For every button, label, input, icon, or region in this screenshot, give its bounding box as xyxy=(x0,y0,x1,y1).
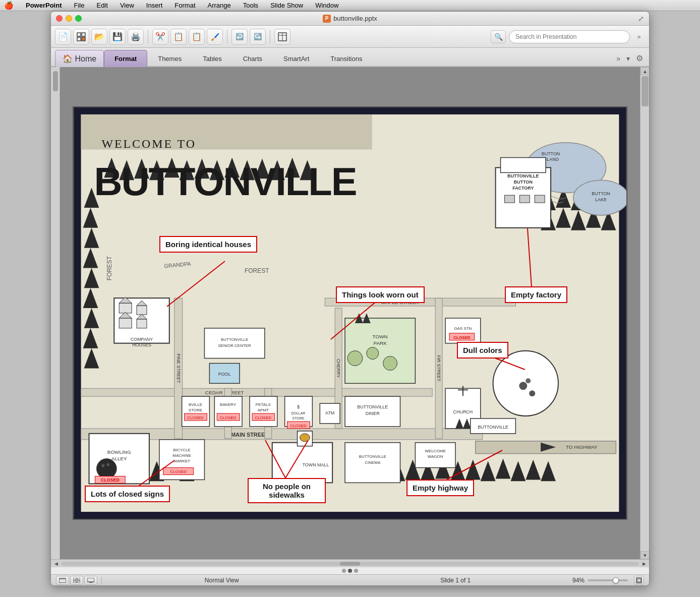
svg-text:TOWN: TOWN xyxy=(373,334,388,339)
presenter-view-button[interactable] xyxy=(84,576,97,585)
menu-edit[interactable]: Edit xyxy=(94,2,109,9)
window-title: P buttonville.pptx xyxy=(323,15,377,23)
svg-rect-86 xyxy=(81,388,433,396)
slide-count: Slide 1 of 1 xyxy=(338,577,572,584)
svg-text:MAIN STREET: MAIN STREET xyxy=(231,432,268,438)
svg-point-189 xyxy=(519,382,527,390)
annotation-worn-out[interactable]: Things look worn out xyxy=(336,286,425,303)
slide-sorter-button[interactable] xyxy=(70,576,83,585)
ribbon-expand[interactable]: » xyxy=(614,53,622,64)
svg-text:CLOSED: CLOSED xyxy=(255,415,271,420)
undo-button[interactable]: ↩️ xyxy=(231,29,248,45)
annotation-no-people[interactable]: No people on sidewalks xyxy=(248,478,326,503)
zoom-thumb[interactable] xyxy=(613,577,619,583)
menu-view[interactable]: View xyxy=(118,2,136,9)
print-button[interactable]: 🖨️ xyxy=(128,29,144,45)
maximize-button[interactable] xyxy=(75,15,82,22)
scroll-left-button[interactable]: ◀ xyxy=(53,561,59,567)
scroll-right-button[interactable]: ▶ xyxy=(641,561,647,567)
tab-transitions[interactable]: Transitions xyxy=(320,50,373,67)
toolbar-separator-3 xyxy=(270,30,270,44)
slide-area: WELCOME TO BUTTONVILLE BUTTON ISLAND BUT… xyxy=(60,67,640,559)
tab-charts[interactable]: Charts xyxy=(232,50,273,67)
svg-rect-109 xyxy=(137,319,147,328)
open-button[interactable]: 📂 xyxy=(91,29,107,45)
annotation-boring-houses[interactable]: Boring identical houses xyxy=(159,236,257,253)
tab-themes[interactable]: Themes xyxy=(147,50,192,67)
menu-window[interactable]: Window xyxy=(313,2,340,9)
redo-button[interactable]: ↪️ xyxy=(250,29,266,45)
svg-text:BUTTONVILLE: BUTTONVILLE xyxy=(478,425,508,430)
svg-rect-83 xyxy=(535,195,545,203)
save-button[interactable]: 💾 xyxy=(109,29,126,45)
svg-text:FIR STREET: FIR STREET xyxy=(436,355,441,382)
menu-powerpoint[interactable]: PowerPoint xyxy=(24,2,64,9)
window-title-text: buttonville.pptx xyxy=(333,15,377,22)
ribbon: 🏠 Home Format Themes Tables Charts Smart… xyxy=(51,48,649,67)
tab-format[interactable]: Format xyxy=(104,50,147,67)
menu-slideshow[interactable]: Slide Show xyxy=(268,2,305,9)
svg-text:APMT: APMT xyxy=(258,408,269,412)
close-button[interactable] xyxy=(56,15,63,22)
svg-text:MARKET: MARKET xyxy=(173,459,190,463)
svg-text:TOWN MALL: TOWN MALL xyxy=(302,462,329,467)
svg-text:HOUSES: HOUSES xyxy=(132,342,151,347)
gear-icon[interactable]: ⚙ xyxy=(634,52,645,64)
paste-button[interactable]: 📋 xyxy=(189,29,205,45)
table-insert[interactable] xyxy=(274,29,290,45)
svg-point-121 xyxy=(347,351,363,366)
menu-bar: 🍎 PowerPoint File Edit View Insert Forma… xyxy=(0,0,700,11)
svg-text:BUTTONVILLE: BUTTONVILLE xyxy=(507,173,539,178)
tab-tables[interactable]: Tables xyxy=(192,50,232,67)
svg-text:BUTTONVILLE: BUTTONVILLE xyxy=(221,337,248,342)
svg-text:BUTTON: BUTTON xyxy=(514,180,533,185)
annotation-dull-colors[interactable]: Dull colors xyxy=(457,342,508,359)
scroll-down-button[interactable]: ▼ xyxy=(640,551,650,559)
annotation-empty-factory[interactable]: Empty factory xyxy=(505,286,567,303)
scrollbar-track xyxy=(640,75,649,551)
new-button[interactable]: 📄 xyxy=(55,29,71,45)
fullscreen-button[interactable] xyxy=(634,576,644,585)
svg-text:CLOSED: CLOSED xyxy=(101,477,120,483)
expand-button[interactable]: ⤢ xyxy=(638,15,644,23)
normal-view-button[interactable] xyxy=(56,576,69,585)
toolbar-separator-1 xyxy=(148,30,148,44)
svg-rect-11 xyxy=(74,512,626,519)
app-window: P buttonville.pptx ⤢ 📄 📂 💾 🖨️ ✂️ 📋 📋 🖌️ … xyxy=(50,11,650,586)
tab-smartart[interactable]: SmartArt xyxy=(273,50,320,67)
svg-point-123 xyxy=(383,356,397,371)
format-painter[interactable]: 🖌️ xyxy=(207,29,223,45)
svg-rect-133 xyxy=(214,396,242,427)
h-scroll-thumb[interactable] xyxy=(340,562,360,566)
zoom-slider[interactable] xyxy=(588,579,628,581)
svg-point-160 xyxy=(96,459,116,479)
svg-text:BICYCLE: BICYCLE xyxy=(173,448,191,452)
svg-text:FOREST: FOREST xyxy=(106,256,113,280)
slide[interactable]: WELCOME TO BUTTONVILLE BUTTON ISLAND BUT… xyxy=(73,106,627,520)
search-input[interactable] xyxy=(509,30,630,43)
menu-file[interactable]: File xyxy=(72,2,87,9)
annotation-empty-highway[interactable]: Empty highway xyxy=(406,480,474,496)
scrollbar-thumb[interactable] xyxy=(641,76,649,106)
status-bar: Normal View Slide 1 of 1 94% xyxy=(51,574,649,585)
cut-button[interactable]: ✂️ xyxy=(152,29,168,45)
tab-home[interactable]: 🏠 Home xyxy=(55,50,104,67)
apple-menu[interactable]: 🍎 xyxy=(4,1,14,10)
annotation-closed-signs[interactable]: Lots of closed signs xyxy=(85,486,170,502)
minimize-button[interactable] xyxy=(66,15,72,22)
menu-arrange[interactable]: Arrange xyxy=(206,2,233,9)
copy-button[interactable]: 📋 xyxy=(170,29,187,45)
svg-rect-12 xyxy=(74,107,81,519)
svg-rect-10 xyxy=(74,107,626,114)
ribbon-collapse[interactable]: ▾ xyxy=(624,53,632,64)
menu-format[interactable]: Format xyxy=(172,2,197,9)
toolbar-overflow[interactable]: » xyxy=(633,30,645,43)
svg-text:CHERRY: CHERRY xyxy=(336,359,341,378)
svg-text:MACHINE: MACHINE xyxy=(172,453,191,458)
menu-tools[interactable]: Tools xyxy=(241,2,260,9)
scroll-up-button[interactable]: ▲ xyxy=(640,67,650,75)
search-button[interactable]: 🔍 xyxy=(491,30,506,43)
grid-button[interactable] xyxy=(73,29,89,45)
slide-container: WELCOME TO BUTTONVILLE BUTTON ISLAND BUT… xyxy=(51,67,649,559)
menu-insert[interactable]: Insert xyxy=(144,2,165,9)
